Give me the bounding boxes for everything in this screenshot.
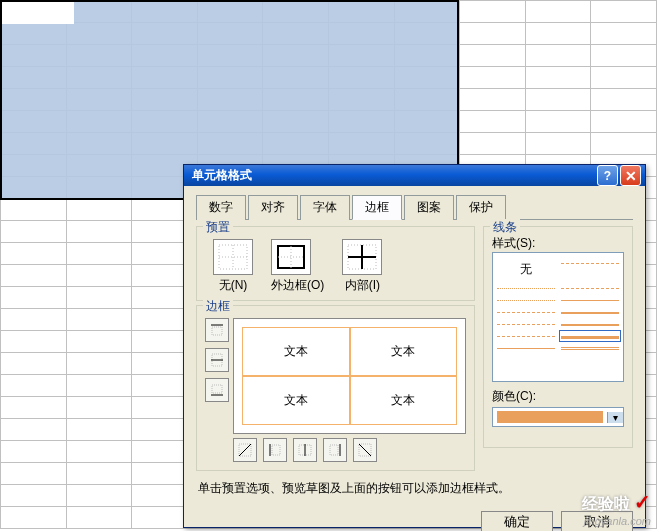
watermark-url: jingyanla.com [582,515,651,527]
color-label: 颜色(C): [492,388,624,405]
border-bottom-button[interactable] [205,378,229,402]
border-diag-down-button[interactable] [353,438,377,462]
preset-outline-icon [271,239,311,275]
ok-button[interactable]: 确定 [481,511,553,531]
tab-number[interactable]: 数字 [196,195,246,220]
tab-pattern[interactable]: 图案 [404,195,454,220]
line-style-2[interactable] [497,296,555,304]
hint-text: 单击预置选项、预览草图及上面的按钮可以添加边框样式。 [196,475,633,505]
line-style-5[interactable] [497,332,555,340]
line-style-list[interactable]: 无 [492,252,624,382]
preview-cell-bl: 文本 [242,376,350,425]
svg-line-24 [359,444,371,456]
border-left-button[interactable] [263,438,287,462]
color-swatch-fill [497,411,603,423]
line-style-7[interactable] [561,259,619,267]
border-preview[interactable]: 文本 文本 文本 文本 [233,318,466,434]
line-style-12[interactable] [561,332,619,340]
line-group: 线条 样式(S): 无 [483,226,633,448]
tab-alignment[interactable]: 对齐 [248,195,298,220]
border-group: 边框 文本 文本 文本 文本 [196,305,475,471]
check-icon: ✓ [634,491,651,513]
preset-outline[interactable]: 外边框(O) [271,239,324,294]
close-button[interactable]: ✕ [620,165,641,186]
preset-inside[interactable]: 内部(I) [342,239,382,294]
line-style-10[interactable] [561,308,619,316]
preview-cell-br: 文本 [350,376,458,425]
preview-cell-tr: 文本 [350,327,458,376]
dialog-body: 数字 对齐 字体 边框 图案 保护 预置 无(N) [184,186,645,511]
svg-rect-10 [212,327,222,335]
preset-group: 预置 无(N) 外边框(O) [196,226,475,301]
line-style-1[interactable] [497,284,555,292]
border-right-button[interactable] [323,438,347,462]
titlebar[interactable]: 单元格格式 ? ✕ [184,165,645,186]
format-cells-dialog: 单元格格式 ? ✕ 数字 对齐 字体 边框 图案 保护 预置 [183,164,646,528]
preset-inside-label: 内部(I) [342,277,382,294]
dialog-buttons: 确定 取消 [184,511,645,531]
line-group-title: 线条 [490,219,520,236]
line-style-6[interactable] [497,344,555,352]
preview-cell-tl: 文本 [242,327,350,376]
preset-none-icon [213,239,253,275]
line-style-11[interactable] [561,320,619,328]
dialog-title: 单元格格式 [192,167,595,184]
watermark: 经验啦 ✓ jingyanla.com [582,490,651,527]
preset-none-label: 无(N) [213,277,253,294]
help-button[interactable]: ? [597,165,618,186]
border-top-button[interactable] [205,318,229,342]
svg-rect-18 [272,445,280,455]
line-style-9[interactable] [561,296,619,304]
preset-outline-label: 外边框(O) [271,277,324,294]
preset-inside-icon [342,239,382,275]
color-dropdown[interactable]: ▾ [492,407,624,427]
line-style-3[interactable] [497,308,555,316]
border-vmiddle-button[interactable] [293,438,317,462]
svg-rect-21 [330,445,338,455]
border-diag-up-button[interactable] [233,438,257,462]
line-style-13[interactable] [561,344,619,352]
border-hmiddle-button[interactable] [205,348,229,372]
tab-strip: 数字 对齐 字体 边框 图案 保护 [196,194,633,220]
chevron-down-icon: ▾ [607,412,623,423]
active-cell [2,2,74,24]
preset-group-title: 预置 [203,219,233,236]
line-style-4[interactable] [497,320,555,328]
tab-border[interactable]: 边框 [352,195,402,220]
preset-none[interactable]: 无(N) [213,239,253,294]
border-group-title: 边框 [203,298,233,315]
line-style-8[interactable] [561,284,619,292]
line-style-none[interactable]: 无 [497,259,555,280]
svg-rect-13 [212,385,222,393]
watermark-text: 经验啦 [582,495,630,512]
svg-line-16 [239,444,251,456]
style-label: 样式(S): [492,235,624,252]
tab-protection[interactable]: 保护 [456,195,506,220]
tab-font[interactable]: 字体 [300,195,350,220]
